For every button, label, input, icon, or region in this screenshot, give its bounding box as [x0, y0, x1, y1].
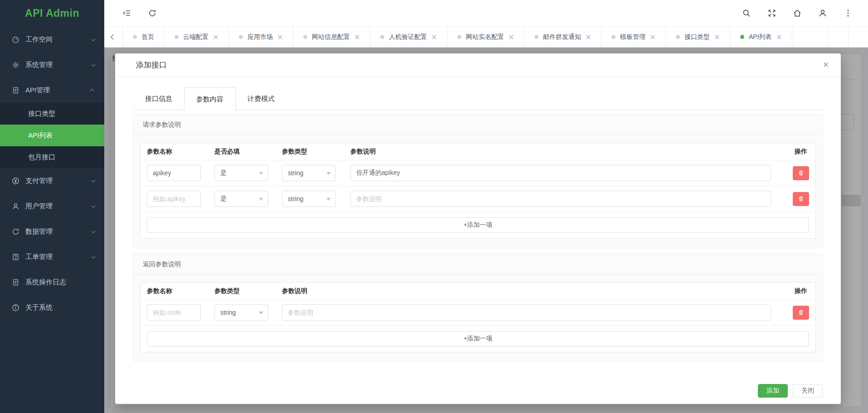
tab-parameter-content[interactable]: 参数内容: [184, 87, 236, 111]
sidebar-item-api-list[interactable]: API列表: [0, 125, 104, 146]
col-header-required: 是否必填: [214, 148, 268, 156]
delete-row-button[interactable]: [793, 306, 809, 320]
sidebar-item-monthly-interface[interactable]: 包月接口: [0, 146, 104, 168]
tab-label: 云端配置: [183, 33, 209, 41]
sidebar-item-api-management[interactable]: API管理: [0, 77, 104, 103]
tab-billing-mode[interactable]: 计费模式: [236, 87, 286, 110]
col-header-desc: 参数说明: [282, 287, 771, 295]
submit-button[interactable]: 添加: [758, 384, 788, 398]
tab-dot: [676, 35, 680, 39]
delete-row-button[interactable]: [793, 166, 809, 180]
more-icon[interactable]: [844, 9, 853, 18]
close-icon[interactable]: [586, 34, 591, 40]
sidebar-item-label: 工单管理: [25, 253, 91, 261]
param-type-select[interactable]: string: [282, 165, 336, 181]
tabs-scroll-left-button[interactable]: [104, 27, 122, 47]
dialog-footer: 添加 关闭: [758, 384, 823, 398]
menu-fold-icon[interactable]: [122, 9, 131, 18]
close-icon[interactable]: [277, 34, 283, 40]
param-required-select[interactable]: 是: [214, 165, 268, 181]
tab-home[interactable]: 首页: [122, 27, 165, 47]
response-params-table: 参数名称 参数类型 参数说明 操作 string +添加一项: [140, 282, 816, 352]
tabbar: 首页 云端配置 应用市场 网站信息配置 人机验证配置 网站实名配置 邮件群发通知…: [104, 27, 868, 48]
tab-site-info-config[interactable]: 网站信息配置: [293, 27, 370, 47]
sidebar-item-label: 系统管理: [25, 61, 91, 69]
close-icon[interactable]: [714, 34, 720, 40]
tab-interface-type[interactable]: 接口类型: [666, 27, 730, 47]
param-required-select[interactable]: 是: [214, 191, 268, 207]
close-icon[interactable]: [213, 34, 218, 40]
param-name-input[interactable]: [147, 165, 201, 181]
dialog-title: 添加接口: [136, 60, 167, 70]
param-type-select[interactable]: string: [282, 191, 336, 207]
tab-app-market[interactable]: 应用市场: [229, 27, 293, 47]
chevron-down-icon: [259, 198, 263, 201]
user-icon[interactable]: [818, 9, 827, 18]
fullscreen-icon[interactable]: [767, 9, 776, 18]
close-icon[interactable]: [354, 34, 360, 40]
trash-icon: [798, 196, 804, 202]
tab-dot: [380, 35, 384, 39]
chevron-down-icon: [326, 198, 331, 201]
home-icon[interactable]: [793, 9, 802, 18]
col-header-desc: 参数说明: [350, 148, 771, 156]
add-request-param-button[interactable]: +添加一项: [147, 217, 809, 233]
sidebar-item-workspace[interactable]: 工作空间: [0, 27, 104, 52]
param-type-select[interactable]: string: [214, 304, 268, 321]
dialog-body: 接口信息 参数内容 计费模式 请求参数说明 参数名称 是否必填 参数类型 参数说…: [115, 87, 841, 362]
sidebar-item-tickets[interactable]: 工单管理: [0, 244, 104, 269]
param-desc-input[interactable]: [350, 165, 771, 181]
tab-dot: [303, 35, 307, 39]
sidebar-item-system[interactable]: 系统管理: [0, 52, 104, 77]
tab-label: 网站信息配置: [312, 33, 350, 41]
tab-dot: [740, 35, 744, 39]
gear-icon: [12, 61, 19, 69]
tab-cloud-config[interactable]: 云端配置: [165, 27, 229, 47]
param-desc-input[interactable]: [350, 191, 771, 207]
sidebar-item-about[interactable]: 关于系统: [0, 295, 104, 320]
tab-captcha-config[interactable]: 人机验证配置: [370, 27, 447, 47]
tabs-scroll-right-button[interactable]: [828, 27, 848, 47]
tab-template-management[interactable]: 模板管理: [601, 27, 666, 47]
tabs-menu-button[interactable]: [848, 27, 868, 47]
search-icon[interactable]: [742, 9, 751, 18]
chevron-down-icon: [91, 229, 96, 233]
sidebar: API Admin 工作空间 系统管理 API管理 接口类型 API列表 包月接…: [0, 0, 104, 413]
close-icon[interactable]: [650, 34, 655, 40]
data-icon: [12, 228, 19, 235]
dialog-header: 添加接口: [115, 53, 841, 77]
add-row-container: +添加一项: [141, 212, 815, 238]
sidebar-item-interface-type[interactable]: 接口类型: [0, 103, 104, 125]
tab-interface-info[interactable]: 接口信息: [133, 87, 184, 110]
dialog-tabs: 接口信息 参数内容 计费模式: [133, 87, 823, 110]
param-name-input[interactable]: [147, 304, 201, 321]
chevron-down-icon: [91, 62, 96, 67]
delete-row-button[interactable]: [793, 192, 809, 206]
tab-api-list[interactable]: API列表: [730, 27, 792, 47]
request-params-card: 请求参数说明 参数名称 是否必填 参数类型 参数说明 操作 是 string: [133, 114, 823, 248]
close-icon[interactable]: [509, 34, 514, 40]
add-response-param-button[interactable]: +添加一项: [147, 331, 809, 346]
chevron-down-icon: [326, 172, 331, 175]
topbar: [104, 0, 868, 27]
user-icon: [12, 202, 19, 210]
close-icon[interactable]: [776, 34, 782, 40]
refresh-icon[interactable]: [148, 9, 157, 18]
sidebar-item-payment[interactable]: 支付管理: [0, 168, 104, 193]
sidebar-item-users[interactable]: 用户管理: [0, 193, 104, 219]
sidebar-item-data[interactable]: 数据管理: [0, 219, 104, 244]
dialog-close-button[interactable]: ×: [819, 58, 833, 72]
select-value: 是: [220, 169, 227, 177]
param-name-input[interactable]: [147, 191, 201, 207]
tab-label: API列表: [749, 33, 772, 41]
tab-label: 邮件群发通知: [543, 33, 581, 41]
select-value: string: [288, 169, 303, 177]
close-button[interactable]: 关闭: [793, 384, 823, 398]
close-icon[interactable]: [432, 34, 437, 40]
tab-mass-mail[interactable]: 邮件群发通知: [524, 27, 601, 47]
chevron-down-icon: [91, 254, 96, 259]
param-desc-input[interactable]: [282, 304, 771, 321]
sidebar-item-operation-log[interactable]: 系统操作日志: [0, 269, 104, 295]
tab-realname-config[interactable]: 网站实名配置: [447, 27, 524, 47]
col-header-name: 参数名称: [147, 148, 201, 156]
